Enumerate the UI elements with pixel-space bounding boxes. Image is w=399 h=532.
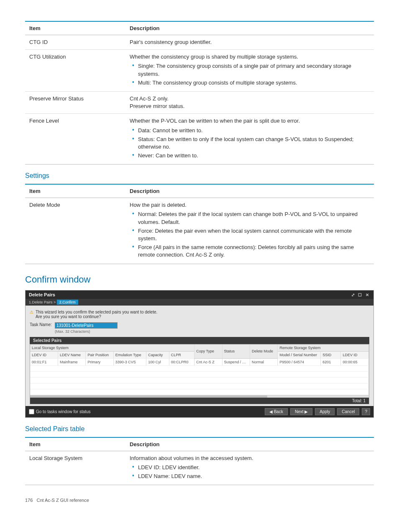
table-row: Fence Level Whether the P-VOL can be wri… <box>25 114 374 164</box>
maximize-icon[interactable]: ☐ <box>357 293 363 297</box>
heading-settings: Settings <box>25 172 374 180</box>
heading-confirm-window: Confirm window <box>25 274 374 285</box>
apply-button[interactable]: Apply <box>315 408 335 415</box>
grid-total: Total: 1 <box>30 398 369 404</box>
th-desc: Description <box>125 21 374 35</box>
table-ctg: Item Description CTG ID Pair's consisten… <box>25 21 374 164</box>
table-row: Preserve Mirror Status Cnt Ac-S Z only. … <box>25 91 374 113</box>
dialog-footer: Go to tasks window for status ◀ Back Nex… <box>26 406 373 417</box>
th-item: Item <box>25 184 125 198</box>
task-name-hint: (Max. 32 Characters) <box>55 329 118 334</box>
task-name-input[interactable] <box>55 322 118 329</box>
go-to-tasks-checkbox[interactable]: Go to tasks window for status <box>29 409 91 414</box>
table-row: CTG Utilization Whether the consistency … <box>25 50 374 92</box>
table-selected-pairs: Item Description Local Storage System In… <box>25 437 374 486</box>
task-name-label: Task Name: <box>30 322 55 327</box>
th-desc: Description <box>125 184 374 198</box>
th-desc: Description <box>125 437 374 451</box>
restore-icon[interactable]: ⤢ <box>350 293 356 297</box>
dialog-titlebar: Delete Pairs ⤢ ☐ ✕ <box>26 290 373 299</box>
horizontal-scrollbar[interactable] <box>30 395 369 398</box>
next-button[interactable]: Next ▶ <box>290 408 312 415</box>
page-footer: 176 Cnt Ac-S Z GUI reference <box>25 498 374 503</box>
table-settings: Item Description Delete Mode How the pai… <box>25 184 374 264</box>
close-icon[interactable]: ✕ <box>364 293 370 297</box>
table-row: Local Storage System Information about v… <box>25 451 374 485</box>
th-item: Item <box>25 21 125 35</box>
col-group-remote: Remote Storage System <box>278 344 369 352</box>
dialog-title: Delete Pairs <box>29 292 55 297</box>
th-item: Item <box>25 437 125 451</box>
tab-selected-pairs[interactable]: Selected Pairs <box>30 337 369 344</box>
help-button[interactable]: ? <box>362 408 370 415</box>
cancel-button[interactable]: Cancel <box>337 408 359 415</box>
table-row: CTG ID Pair's consistency group identifi… <box>25 35 374 50</box>
back-button[interactable]: ◀ Back <box>265 408 288 415</box>
breadcrumb: 1.Delete Pairs > 2.Confirm <box>26 299 373 306</box>
selected-pairs-grid: Local Storage System Copy Type Status De… <box>30 344 369 404</box>
delete-pairs-dialog: Delete Pairs ⤢ ☐ ✕ 1.Delete Pairs > 2.Co… <box>25 290 374 418</box>
grid-row[interactable]: 00:01:F1 Mainframe Primary 3390-3 CVS 10… <box>30 358 369 365</box>
col-group-local: Local Storage System <box>30 344 194 352</box>
warning-message: This wizard lets you confirm the selecte… <box>30 310 369 319</box>
heading-selected-pairs-table: Selected Pairs table <box>25 425 374 433</box>
table-row: Delete Mode How the pair is deleted. Nor… <box>25 198 374 264</box>
